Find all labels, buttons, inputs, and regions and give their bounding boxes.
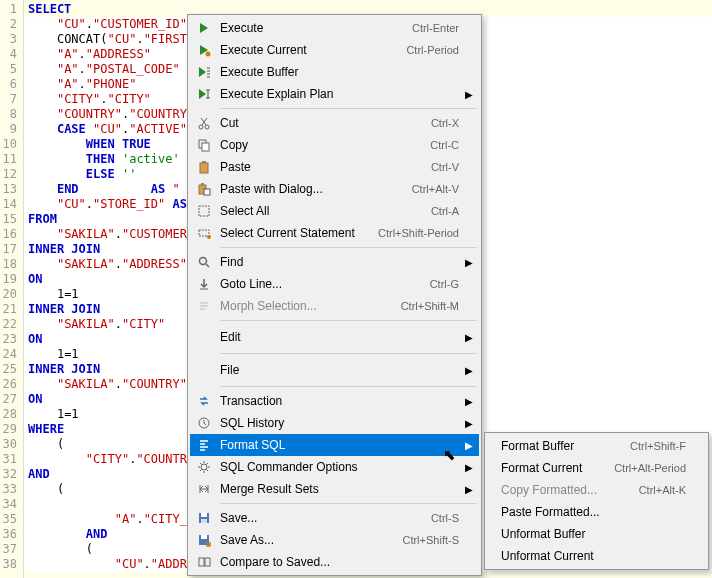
svg-rect-4 — [202, 143, 209, 151]
menu-item-sql-commander-options[interactable]: SQL Commander Options▶ — [190, 456, 479, 478]
format-icon — [196, 437, 212, 453]
menu-item-shortcut: Ctrl-A — [431, 205, 459, 217]
line-number: 13 — [2, 182, 17, 197]
menu-item-shortcut: Ctrl+Shift-M — [401, 300, 459, 312]
menu-item-transaction[interactable]: Transaction▶ — [190, 390, 479, 412]
line-number: 22 — [2, 317, 17, 332]
menu-item-copy[interactable]: CopyCtrl-C — [190, 134, 479, 156]
menu-item-paste[interactable]: PasteCtrl-V — [190, 156, 479, 178]
saveas-icon — [196, 532, 212, 548]
submenu-item-unformat-current[interactable]: Unformat Current — [487, 545, 706, 567]
menu-item-shortcut: Ctrl+Shift-Period — [378, 227, 459, 239]
menu-item-label: Save As... — [220, 533, 402, 547]
line-number: 8 — [2, 107, 17, 122]
goto-icon — [196, 276, 212, 292]
line-number: 9 — [2, 122, 17, 137]
menu-item-label: Compare to Saved... — [220, 555, 459, 569]
menu-item-merge-result-sets[interactable]: Merge Result Sets▶ — [190, 478, 479, 500]
play-tree-icon — [196, 86, 212, 102]
menu-separator — [220, 108, 477, 109]
menu-item-shortcut: Ctrl-Enter — [412, 22, 459, 34]
line-number: 28 — [2, 407, 17, 422]
line-number: 32 — [2, 467, 17, 482]
svg-rect-8 — [201, 183, 204, 186]
line-number: 12 — [2, 167, 17, 182]
line-number: 19 — [2, 272, 17, 287]
line-number: 37 — [2, 542, 17, 557]
menu-item-execute-buffer[interactable]: Execute Buffer — [190, 61, 479, 83]
submenu-arrow-icon: ▶ — [465, 396, 473, 407]
menu-item-label: Transaction — [220, 394, 459, 408]
line-number: 31 — [2, 452, 17, 467]
menu-item-file[interactable]: File▶ — [190, 357, 479, 383]
menu-item-label: Edit — [220, 330, 459, 344]
copy-icon — [196, 137, 212, 153]
line-number: 5 — [2, 62, 17, 77]
menu-item-cut[interactable]: CutCtrl-X — [190, 112, 479, 134]
svg-point-1 — [199, 125, 203, 129]
select-stmt-icon — [196, 225, 212, 241]
select-all-icon — [196, 203, 212, 219]
menu-item-sql-history[interactable]: SQL History▶ — [190, 412, 479, 434]
menu-item-execute-current[interactable]: Execute CurrentCtrl-Period — [190, 39, 479, 61]
menu-item-label: File — [220, 363, 459, 377]
line-number: 20 — [2, 287, 17, 302]
menu-item-save-as[interactable]: Save As...Ctrl+Shift-S — [190, 529, 479, 551]
line-number: 25 — [2, 362, 17, 377]
cut-icon — [196, 115, 212, 131]
menu-item-shortcut: Ctrl-Period — [406, 44, 459, 56]
line-number: 17 — [2, 242, 17, 257]
svg-rect-18 — [201, 519, 207, 523]
menu-separator — [220, 320, 477, 321]
line-number: 6 — [2, 77, 17, 92]
save-icon — [196, 510, 212, 526]
svg-rect-22 — [205, 558, 210, 566]
play-icon — [196, 20, 212, 36]
svg-rect-9 — [204, 189, 210, 195]
menu-item-label: Cut — [220, 116, 431, 130]
submenu-item-label: Format Buffer — [501, 439, 630, 453]
line-number: 35 — [2, 512, 17, 527]
line-number-gutter: 1234567891011121314151617181920212223242… — [0, 0, 24, 578]
menu-separator — [220, 353, 477, 354]
menu-item-paste-with-dialog[interactable]: Paste with Dialog...Ctrl+Alt-V — [190, 178, 479, 200]
menu-item-format-sql[interactable]: Format SQL▶ — [190, 434, 479, 456]
menu-item-select-current-statement[interactable]: Select Current StatementCtrl+Shift-Perio… — [190, 222, 479, 244]
submenu-item-label: Unformat Current — [501, 549, 686, 563]
menu-item-compare-to-saved[interactable]: Compare to Saved... — [190, 551, 479, 573]
submenu-item-paste-formatted[interactable]: Paste Formatted... — [487, 501, 706, 523]
menu-item-label: SQL Commander Options — [220, 460, 459, 474]
line-number: 26 — [2, 377, 17, 392]
line-number: 14 — [2, 197, 17, 212]
submenu-arrow-icon: ▶ — [465, 418, 473, 429]
menu-item-label: Paste with Dialog... — [220, 182, 412, 196]
line-number: 7 — [2, 92, 17, 107]
menu-item-goto-line[interactable]: Goto Line...Ctrl-G — [190, 273, 479, 295]
menu-item-shortcut: Ctrl+Alt-V — [412, 183, 459, 195]
menu-item-edit[interactable]: Edit▶ — [190, 324, 479, 350]
submenu-item-unformat-buffer[interactable]: Unformat Buffer — [487, 523, 706, 545]
menu-item-label: Paste — [220, 160, 431, 174]
line-number: 23 — [2, 332, 17, 347]
menu-separator — [220, 386, 477, 387]
context-menu: ExecuteCtrl-EnterExecute CurrentCtrl-Per… — [187, 14, 482, 576]
line-number: 30 — [2, 437, 17, 452]
menu-item-save[interactable]: Save...Ctrl-S — [190, 507, 479, 529]
submenu-item-shortcut: Ctrl+Shift-F — [630, 440, 686, 452]
menu-item-label: Copy — [220, 138, 430, 152]
svg-rect-6 — [202, 161, 206, 164]
menu-item-find[interactable]: Find▶ — [190, 251, 479, 273]
line-number: 18 — [2, 257, 17, 272]
line-number: 21 — [2, 302, 17, 317]
menu-item-select-all[interactable]: Select AllCtrl-A — [190, 200, 479, 222]
submenu-item-format-current[interactable]: Format CurrentCtrl+Alt-Period — [487, 457, 706, 479]
menu-item-label: Goto Line... — [220, 277, 430, 291]
menu-item-execute[interactable]: ExecuteCtrl-Enter — [190, 17, 479, 39]
paste-icon — [196, 159, 212, 175]
svg-point-12 — [207, 235, 211, 239]
submenu-arrow-icon: ▶ — [465, 89, 473, 100]
menu-item-execute-explain-plan[interactable]: Execute Explain Plan▶ — [190, 83, 479, 105]
submenu-arrow-icon: ▶ — [465, 440, 473, 451]
submenu-item-format-buffer[interactable]: Format BufferCtrl+Shift-F — [487, 435, 706, 457]
submenu-arrow-icon: ▶ — [465, 462, 473, 473]
